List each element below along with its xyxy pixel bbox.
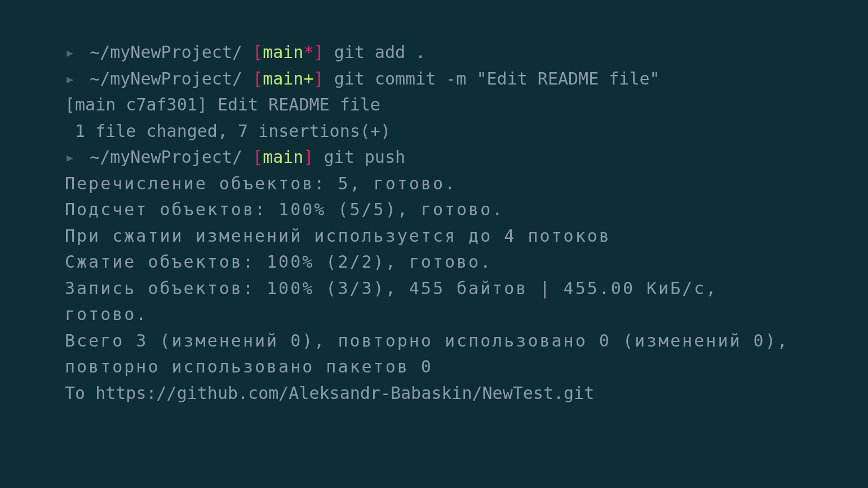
- commit-output-line-1: [main c7af301] Edit README file: [65, 92, 803, 118]
- push-output-line-7: To https://github.com/Aleksandr-Babaskin…: [65, 380, 803, 407]
- push-output-line-2: Подсчет объектов: 100% (5/5), готово.: [65, 197, 803, 223]
- current-path: ~/myNewProject/: [90, 42, 242, 62]
- commit-output-line-2: 1 file changed, 7 insertions(+): [65, 118, 803, 145]
- branch-bracket-close: ]: [314, 69, 324, 88]
- branch-dirty-marker: +: [303, 69, 313, 88]
- push-output-line-1: Перечисление объектов: 5, готово.: [65, 171, 803, 197]
- terminal-output: ▸ ~/myNewProject/ [main*] git add . ▸ ~/…: [65, 39, 803, 406]
- prompt-line-2[interactable]: ▸ ~/myNewProject/ [main+] git commit -m …: [65, 66, 803, 92]
- current-path: ~/myNewProject/: [90, 69, 242, 88]
- branch-bracket-open: [: [253, 69, 263, 88]
- command-text: git commit -m "Edit README file": [334, 69, 660, 88]
- branch-bracket-close: ]: [303, 147, 313, 167]
- push-output-line-3: При сжатии изменений используется до 4 п…: [65, 223, 803, 250]
- prompt-arrow-icon: ▸: [65, 144, 75, 171]
- prompt-line-1[interactable]: ▸ ~/myNewProject/ [main*] git add .: [65, 39, 803, 66]
- prompt-line-3[interactable]: ▸ ~/myNewProject/ [main] git push: [65, 144, 803, 171]
- command-text: git add .: [334, 42, 426, 62]
- push-output-line-5: Запись объектов: 100% (3/3), 455 байтов …: [65, 276, 803, 328]
- push-output-line-4: Сжатие объектов: 100% (2/2), готово.: [65, 249, 803, 276]
- branch-name: main: [263, 42, 303, 62]
- branch-name: main: [263, 147, 303, 167]
- branch-bracket-close: ]: [314, 42, 324, 62]
- command-text: git push: [324, 147, 406, 167]
- prompt-arrow-icon: ▸: [65, 66, 75, 92]
- branch-name: main: [263, 69, 303, 88]
- branch-dirty-marker: *: [303, 42, 313, 62]
- prompt-arrow-icon: ▸: [65, 39, 75, 66]
- current-path: ~/myNewProject/: [90, 147, 242, 167]
- push-output-line-6: Всего 3 (изменений 0), повторно использо…: [65, 328, 803, 380]
- branch-bracket-open: [: [253, 147, 263, 167]
- branch-bracket-open: [: [253, 42, 263, 62]
